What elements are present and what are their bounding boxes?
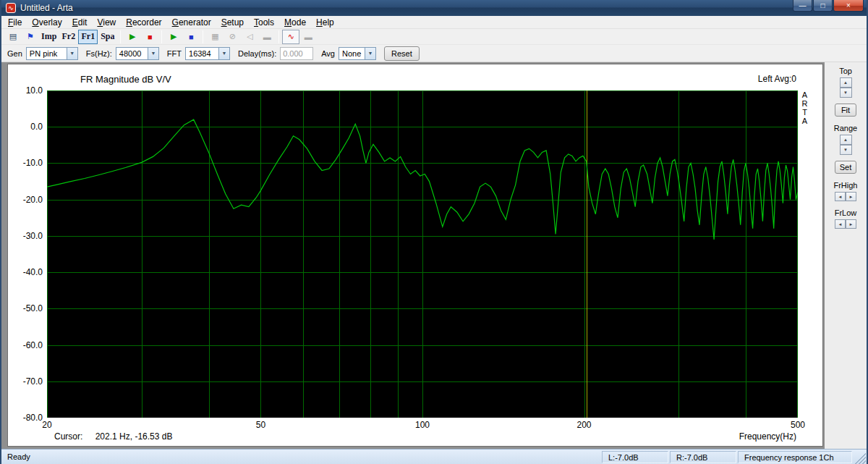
dropdown-arrow-icon: ▼ <box>148 48 158 59</box>
dropdown-arrow-icon: ▼ <box>218 48 229 59</box>
frlow-spinner: ◄ ► <box>835 219 856 229</box>
channel-avg-info: Left Avg:0 <box>758 74 796 84</box>
toolbar-separator <box>278 30 279 43</box>
meter-button[interactable]: ▬ <box>258 30 276 44</box>
toolbar-separator <box>120 30 121 43</box>
menu-recorder[interactable]: Recorder <box>121 16 166 29</box>
menu-edit[interactable]: Edit <box>67 16 93 29</box>
set-button[interactable]: Set <box>835 161 857 174</box>
close-button[interactable]: × <box>833 0 864 12</box>
x-tick-label: 50 <box>256 420 265 430</box>
record-button[interactable]: ■ <box>141 30 158 44</box>
fr2-mode-button[interactable]: Fr2 <box>59 30 78 44</box>
menu-mode[interactable]: Mode <box>279 16 311 29</box>
menu-bar: FileOverlayEditViewRecorderGeneratorSetu… <box>1 16 867 29</box>
x-tick-label: 20 <box>42 420 51 430</box>
top-label: Top <box>839 67 852 75</box>
frhigh-right-button[interactable]: ► <box>846 192 856 201</box>
fr-plot[interactable] <box>47 90 798 418</box>
toolbar-separator <box>161 30 162 43</box>
mute-button[interactable]: ⊘ <box>224 30 241 44</box>
menu-view[interactable]: View <box>92 16 121 29</box>
y-tick-label: -80.0 <box>8 413 43 423</box>
menu-file[interactable]: File <box>3 16 27 29</box>
fr1-mode-button[interactable]: Fr1 <box>78 30 98 44</box>
x-tick-label: 100 <box>415 420 430 430</box>
arta-watermark: A R T A <box>800 90 809 125</box>
menu-help[interactable]: Help <box>311 16 339 29</box>
title-bar: ∿ Untitled - Arta — □ × <box>1 0 867 16</box>
status-ready: Ready <box>1 452 602 461</box>
menu-overlay[interactable]: Overlay <box>27 16 67 29</box>
resize-grip[interactable] <box>854 452 866 464</box>
x-tick-label: 500 <box>791 420 805 430</box>
stop-button[interactable]: ■ <box>182 30 200 44</box>
y-tick-label: 10.0 <box>8 85 43 96</box>
delay-input[interactable] <box>280 47 313 60</box>
top-down-button[interactable]: ▼ <box>840 88 852 98</box>
monitor-button[interactable]: ◁ <box>241 30 258 44</box>
frlow-left-button[interactable]: ◄ <box>835 219 846 229</box>
gen-signal-value: PN pink <box>27 48 67 59</box>
signal-generator-button[interactable]: ∿ <box>282 30 299 44</box>
top-up-button[interactable]: ▲ <box>840 77 852 88</box>
watermark-letter: A <box>800 90 809 99</box>
fs-label: Fs(Hz): <box>86 49 112 58</box>
status-mode: Frequency response 1Ch <box>738 451 852 463</box>
menu-setup[interactable]: Setup <box>216 16 249 29</box>
delay-label: Delay(ms): <box>238 49 276 58</box>
y-tick-label: 0.0 <box>8 122 43 132</box>
rec-option-button[interactable]: ▦ <box>206 30 224 44</box>
frhigh-left-button[interactable]: ◄ <box>835 192 846 201</box>
imp-mode-button[interactable]: Imp <box>39 30 59 44</box>
range-down-button[interactable]: ▼ <box>840 145 852 155</box>
fft-label: FFT <box>167 49 182 58</box>
frlow-label: FrLow <box>835 208 857 217</box>
generator-start-button[interactable]: ▶ <box>124 30 141 44</box>
menu-tools[interactable]: Tools <box>249 16 279 29</box>
main-toolbar: ▤⚑ImpFr2Fr1Spa▶■▶■▦⊘◁▬∿▬ <box>1 29 867 45</box>
y-tick-label: -10.0 <box>8 158 43 168</box>
range-up-button[interactable]: ▲ <box>840 135 852 145</box>
cursor-readout: Cursor: 202.1 Hz, -16.53 dB <box>54 431 172 442</box>
toolbar-separator <box>203 30 203 43</box>
menu-generator[interactable]: Generator <box>167 16 216 29</box>
new-file-button[interactable]: ▤ <box>4 30 22 44</box>
avg-value: None <box>339 48 365 59</box>
cursor-value: 202.1 Hz, -16.53 dB <box>95 431 173 442</box>
avg-combo[interactable]: None ▼ <box>339 47 376 60</box>
fft-combo[interactable]: 16384 ▼ <box>185 47 230 60</box>
avg-label: Avg <box>321 49 335 58</box>
frlow-right-button[interactable]: ► <box>846 219 856 229</box>
x-tick-label: 200 <box>577 420 592 430</box>
window-controls: — □ × <box>793 0 864 12</box>
y-tick-label: -40.0 <box>8 267 43 277</box>
level-meter-button[interactable]: ▬ <box>299 30 317 44</box>
frhigh-label: FrHigh <box>833 181 857 190</box>
window-title: Untitled - Arta <box>20 3 793 13</box>
watermark-letter: A <box>800 117 809 125</box>
gen-signal-combo[interactable]: PN pink ▼ <box>26 47 78 60</box>
app-icon: ∿ <box>6 3 16 13</box>
spa-mode-button[interactable]: Spa <box>98 30 117 44</box>
minimize-button[interactable]: — <box>793 0 812 12</box>
cursor-label: Cursor: <box>54 431 82 442</box>
overlay-flag-button[interactable]: ⚑ <box>22 30 39 44</box>
top-spinner: ▲ ▼ <box>840 77 852 98</box>
frhigh-spinner: ◄ ► <box>835 192 856 201</box>
range-label: Range <box>834 124 857 132</box>
y-tick-label: -70.0 <box>8 376 43 387</box>
dropdown-arrow-icon: ▼ <box>67 48 77 59</box>
status-right-level: R:-7.0dB <box>670 451 736 463</box>
fft-value: 16384 <box>186 48 218 59</box>
y-tick-label: -20.0 <box>8 195 43 205</box>
maximize-button[interactable]: □ <box>813 0 833 12</box>
fit-button[interactable]: Fit <box>835 104 856 117</box>
plot-panel: FR Magnitude dB V/V Left Avg:0 A R T A C… <box>7 64 823 447</box>
fs-combo[interactable]: 48000 ▼ <box>116 47 159 60</box>
play-button[interactable]: ▶ <box>165 30 182 44</box>
y-tick-label: -30.0 <box>8 231 43 241</box>
fs-value: 48000 <box>116 48 148 59</box>
reset-button[interactable]: Reset <box>384 46 420 61</box>
y-tick-label: -60.0 <box>8 340 43 350</box>
